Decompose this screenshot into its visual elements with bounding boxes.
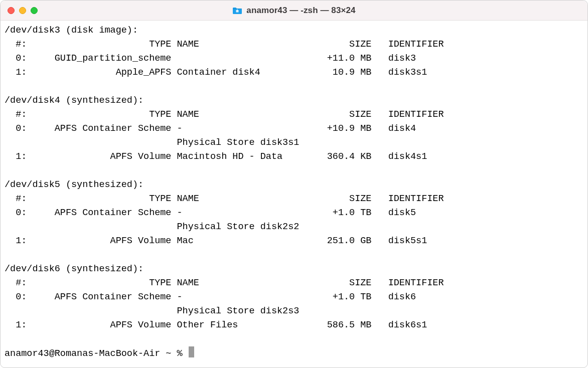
minimize-button[interactable] [19, 7, 26, 14]
svg-rect-1 [237, 9, 238, 10]
terminal-output[interactable]: /dev/disk3 (disk image): #: TYPE NAME SI… [1, 21, 587, 365]
maximize-button[interactable] [31, 7, 38, 14]
window-titlebar: anamor43 — -zsh — 83×24 [1, 1, 587, 21]
window-title: anamor43 — -zsh — 83×24 [246, 6, 355, 16]
shell-prompt: anamor43@Romanas-MacBook-Air ~ % [5, 348, 188, 359]
traffic-lights [8, 7, 38, 14]
svg-rect-0 [236, 10, 239, 13]
title-group: anamor43 — -zsh — 83×24 [1, 6, 587, 16]
close-button[interactable] [8, 7, 15, 14]
cursor [189, 346, 194, 357]
folder-icon [232, 7, 242, 15]
